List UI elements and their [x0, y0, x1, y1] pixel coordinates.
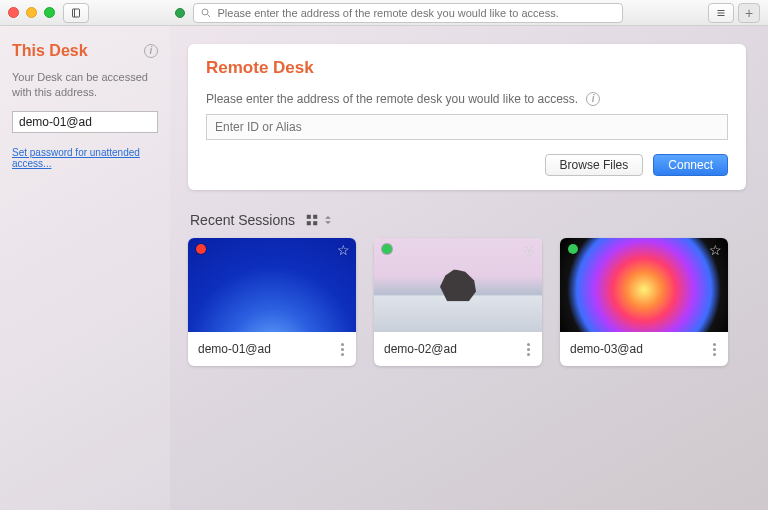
sidebar: This Desk i Your Desk can be accessed wi… [0, 26, 170, 510]
address-book-button[interactable] [63, 3, 89, 23]
session-card[interactable]: ☆ demo-01@ad [188, 238, 356, 366]
this-desk-description: Your Desk can be accessed with this addr… [12, 70, 158, 101]
titlebar: + [0, 0, 768, 26]
address-search-input[interactable] [218, 7, 616, 19]
session-thumbnail: ☆ [188, 238, 356, 332]
session-menu-button[interactable] [339, 343, 346, 356]
recent-sessions-header: Recent Sessions [190, 212, 746, 228]
plus-icon: + [745, 5, 753, 21]
recent-sessions-title: Recent Sessions [190, 212, 295, 228]
session-thumbnail: ☆ [560, 238, 728, 332]
zoom-window-button[interactable] [44, 7, 55, 18]
svg-rect-10 [313, 221, 317, 225]
svg-rect-7 [307, 215, 311, 219]
main-area: This Desk i Your Desk can be accessed wi… [0, 26, 768, 510]
this-desk-address-field[interactable] [12, 111, 158, 133]
info-icon[interactable]: i [144, 44, 158, 58]
session-card[interactable]: ☆ demo-02@ad [374, 238, 542, 366]
set-password-link[interactable]: Set password for unattended access... [12, 147, 158, 169]
titlebar-right: + [708, 3, 760, 23]
titlebar-center [97, 3, 700, 23]
browse-files-button[interactable]: Browse Files [545, 154, 644, 176]
session-card[interactable]: ☆ demo-03@ad [560, 238, 728, 366]
address-book-icon [70, 7, 82, 19]
remote-address-input[interactable] [206, 114, 728, 140]
connection-status-icon [175, 8, 185, 18]
session-label: demo-02@ad [384, 342, 457, 356]
remote-desk-description: Please enter the address of the remote d… [206, 92, 578, 106]
sort-icon [321, 213, 335, 227]
this-desk-title: This Desk [12, 42, 88, 60]
svg-rect-0 [73, 9, 80, 17]
minimize-window-button[interactable] [26, 7, 37, 18]
session-label: demo-01@ad [198, 342, 271, 356]
content: Remote Desk Please enter the address of … [170, 26, 768, 510]
favorite-star-icon[interactable]: ☆ [337, 242, 350, 258]
new-tab-button[interactable]: + [738, 3, 760, 23]
hamburger-icon [715, 7, 727, 19]
session-menu-button[interactable] [525, 343, 532, 356]
connect-button[interactable]: Connect [653, 154, 728, 176]
info-icon[interactable]: i [586, 92, 600, 106]
svg-rect-9 [307, 221, 311, 225]
search-icon [200, 7, 212, 19]
session-menu-button[interactable] [711, 343, 718, 356]
remote-desk-card: Remote Desk Please enter the address of … [188, 44, 746, 190]
session-status-icon [196, 244, 206, 254]
address-search-field[interactable] [193, 3, 623, 23]
svg-rect-8 [313, 215, 317, 219]
favorite-star-icon[interactable]: ☆ [709, 242, 722, 258]
session-status-icon [568, 244, 578, 254]
svg-point-2 [202, 9, 208, 15]
session-status-icon [382, 244, 392, 254]
browse-files-label: Browse Files [560, 158, 629, 172]
menu-button[interactable] [708, 3, 734, 23]
view-toggle[interactable] [305, 213, 335, 227]
close-window-button[interactable] [8, 7, 19, 18]
grid-view-icon [305, 213, 319, 227]
connect-label: Connect [668, 158, 713, 172]
session-thumbnail: ☆ [374, 238, 542, 332]
svg-line-3 [207, 14, 210, 17]
recent-sessions-grid: ☆ demo-01@ad ☆ demo-02@ad [188, 238, 746, 366]
remote-desk-title: Remote Desk [206, 58, 728, 78]
session-label: demo-03@ad [570, 342, 643, 356]
favorite-star-icon[interactable]: ☆ [523, 242, 536, 258]
window-controls [8, 7, 55, 18]
